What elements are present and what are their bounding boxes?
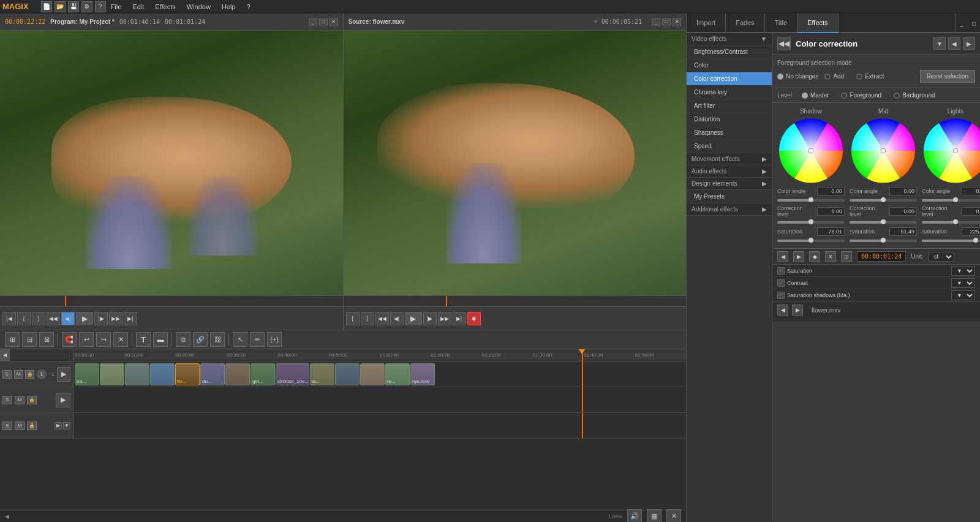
effects-item-chroma-key[interactable]: Chroma key bbox=[687, 86, 772, 99]
effects-item-my-presets[interactable]: My Presets bbox=[687, 190, 772, 203]
clip-0[interactable]: tra... bbox=[75, 363, 99, 385]
video-effects-header[interactable]: Video effects ▼ bbox=[687, 33, 772, 45]
cc-mid-angle-value[interactable] bbox=[889, 187, 917, 195]
cc-reset-btn[interactable]: Reset selection bbox=[920, 70, 975, 83]
open-icon[interactable]: 📂 bbox=[55, 1, 66, 12]
status-waveform[interactable]: ▦ bbox=[647, 509, 662, 523]
settings-icon[interactable]: ⚙ bbox=[81, 1, 92, 12]
track3-expand[interactable]: ▶ bbox=[55, 422, 62, 429]
save-icon[interactable]: 💾 bbox=[68, 1, 79, 12]
clip-10[interactable] bbox=[335, 363, 360, 385]
preview-right-maximize[interactable]: □ bbox=[662, 18, 671, 26]
menu-edit[interactable]: Edit bbox=[127, 2, 149, 12]
preview-left-close[interactable]: ✕ bbox=[330, 18, 338, 26]
track-btn-lock[interactable]: 🔒 bbox=[25, 370, 34, 379]
cc-shadow-angle-slider[interactable] bbox=[777, 199, 845, 202]
cc-shadow-saturation-slider[interactable] bbox=[777, 240, 845, 242]
effects-item-color-correction[interactable]: Color correction bbox=[687, 72, 772, 86]
clip-6[interactable] bbox=[225, 363, 250, 385]
cc-mid-saturation-slider[interactable] bbox=[850, 240, 917, 242]
transport-play-left[interactable]: ▶ bbox=[76, 312, 93, 325]
transport-step-back[interactable]: ◀| bbox=[61, 312, 75, 325]
transport-step-back-r[interactable]: ◀| bbox=[390, 312, 404, 325]
tool-multicam[interactable]: ⊠ bbox=[39, 332, 54, 347]
preview-right-close[interactable]: ✕ bbox=[673, 18, 681, 26]
cc-wheel-mid-circle[interactable] bbox=[850, 117, 917, 184]
track-content-1[interactable]: tra... flo... du... girl... circlock_10s… bbox=[74, 361, 686, 387]
additional-effects-header[interactable]: Additional effects ▶ bbox=[687, 203, 772, 216]
tool-timeline[interactable]: ⊟ bbox=[22, 332, 37, 347]
menu-window[interactable]: Window bbox=[182, 2, 216, 12]
clip-12[interactable]: re... bbox=[385, 363, 410, 385]
cc-dropdown-btn[interactable]: ▼ bbox=[933, 37, 946, 50]
status-volume[interactable]: 🔊 bbox=[627, 509, 642, 523]
cc-lights-correction-value[interactable] bbox=[962, 207, 980, 216]
kf-delete[interactable]: ✕ bbox=[825, 251, 836, 262]
clip-9[interactable]: la... bbox=[310, 363, 334, 385]
cc-mid-correction-value[interactable] bbox=[889, 207, 917, 216]
tab-title[interactable]: Title bbox=[765, 13, 797, 32]
transport-back[interactable]: ◀◀ bbox=[47, 312, 60, 325]
cc-option-add[interactable]: Add bbox=[824, 73, 844, 80]
cc-mid-saturation-value[interactable] bbox=[889, 227, 917, 236]
clip-7[interactable]: girl... bbox=[251, 363, 275, 385]
tab-effects[interactable]: Effects bbox=[797, 13, 838, 33]
menu-info[interactable]: ? bbox=[242, 2, 255, 12]
design-elements-header[interactable]: Design elements ▶ bbox=[687, 178, 772, 190]
tool-link2[interactable]: ⛓ bbox=[210, 332, 225, 347]
menu-file[interactable]: File bbox=[106, 2, 127, 12]
kf-check-saturation[interactable]: ✓ bbox=[777, 267, 785, 274]
kf-scroll-back[interactable]: ◀ bbox=[777, 304, 788, 316]
kf-check-contrast[interactable]: ✓ bbox=[777, 279, 785, 287]
cc-lights-saturation-value[interactable] bbox=[962, 227, 980, 236]
kf-saturation-dropdown[interactable]: ▼ bbox=[951, 266, 975, 276]
tool-edit[interactable]: ✏ bbox=[250, 332, 265, 347]
clip-8[interactable]: circlock_10s... bbox=[276, 363, 309, 385]
track2-btn-s[interactable]: S bbox=[2, 396, 12, 404]
preview-left-minimize[interactable]: _ bbox=[309, 18, 317, 26]
cc-back-btn[interactable]: ◀◀ bbox=[777, 37, 791, 50]
cc-mid-correction-slider[interactable] bbox=[850, 221, 917, 224]
menu-effects[interactable]: Effects bbox=[150, 2, 180, 12]
cc-level-background[interactable]: Background bbox=[894, 92, 935, 99]
scrubber-right[interactable] bbox=[344, 295, 687, 306]
kf-contrast-dropdown[interactable]: ▼ bbox=[951, 278, 975, 288]
preview-right-minimize[interactable]: _ bbox=[652, 18, 660, 26]
cc-next-btn[interactable]: ▶ bbox=[963, 37, 975, 50]
cc-lights-angle-value[interactable] bbox=[962, 187, 980, 195]
transport-end[interactable]: ▶| bbox=[124, 312, 137, 325]
track-expand[interactable]: ▶ bbox=[57, 367, 70, 382]
transport-step-fwd[interactable]: |▶ bbox=[94, 312, 108, 325]
panel-maximize[interactable]: □ bbox=[968, 13, 980, 33]
transport-begin[interactable]: |◀ bbox=[2, 312, 16, 325]
effects-item-color[interactable]: Color bbox=[687, 59, 772, 72]
kf-nav-back[interactable]: ◀ bbox=[777, 251, 788, 262]
tab-import[interactable]: Import bbox=[687, 13, 726, 32]
transport-play-right[interactable]: ▶ bbox=[405, 312, 422, 325]
new-icon[interactable]: 📄 bbox=[41, 1, 52, 12]
tool-clip[interactable]: ⧉ bbox=[176, 332, 190, 347]
movement-effects-header[interactable]: Movement effects ▶ bbox=[687, 153, 772, 165]
clip-5[interactable]: du... bbox=[200, 363, 225, 385]
effects-item-speed[interactable]: Speed bbox=[687, 140, 772, 153]
transport-out[interactable]: } bbox=[361, 312, 374, 325]
effects-item-art-filter[interactable]: Art filter bbox=[687, 99, 772, 113]
transport-fwd-r[interactable]: ▶▶ bbox=[438, 312, 451, 325]
cc-option-no-changes[interactable]: No changes bbox=[777, 73, 818, 80]
transport-step-fwd-r[interactable]: |▶ bbox=[423, 312, 437, 325]
kf-saturation-shadows-dropdown[interactable]: ▼ bbox=[951, 290, 975, 300]
tool-storyboard[interactable]: ⊞ bbox=[5, 332, 20, 347]
cc-option-extract[interactable]: Extract bbox=[856, 73, 884, 80]
kf-all[interactable]: ⊙ bbox=[841, 251, 852, 262]
scrubber-left[interactable] bbox=[0, 295, 344, 306]
cc-shadow-angle-value[interactable] bbox=[817, 187, 845, 195]
cc-shadow-correction-slider[interactable] bbox=[777, 221, 845, 224]
transport-end-r[interactable]: ▶| bbox=[453, 312, 466, 325]
cc-wheel-shadow-circle[interactable] bbox=[777, 117, 845, 184]
tool-cursor[interactable]: ↖ bbox=[233, 332, 247, 347]
tool-undo[interactable]: ↩ bbox=[79, 332, 94, 347]
transport-prev-mark[interactable]: { bbox=[17, 312, 31, 325]
track-btn-m[interactable]: M bbox=[14, 370, 23, 379]
tool-link[interactable]: 🔗 bbox=[193, 332, 208, 347]
cc-shadow-correction-value[interactable] bbox=[817, 207, 845, 216]
